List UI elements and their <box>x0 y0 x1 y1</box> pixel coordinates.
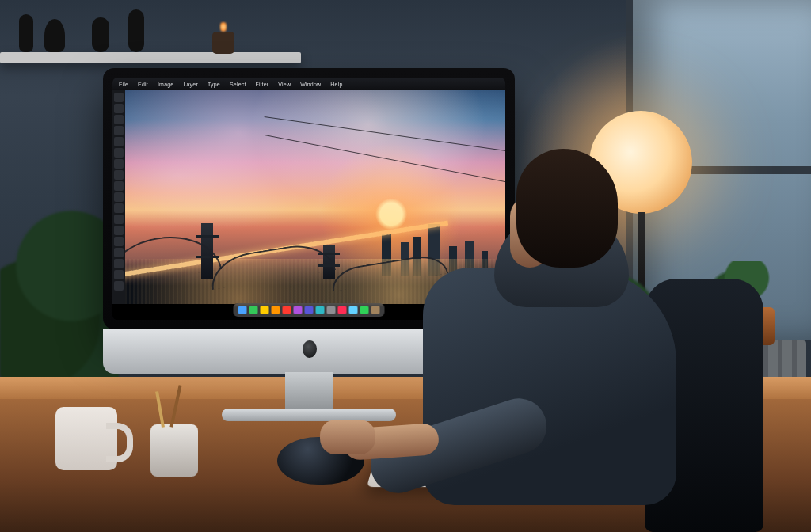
tool-icon <box>114 259 124 268</box>
shelf-vase <box>92 17 109 52</box>
tool-icon <box>114 170 124 180</box>
tool-icon <box>114 159 124 169</box>
dock-app-icon <box>327 306 336 314</box>
shelf-vase <box>44 19 65 52</box>
imac-bezel: FileEditImageLayerTypeSelectFilterViewWi… <box>103 68 515 329</box>
tool-icon <box>114 203 124 213</box>
dock-app-icon <box>283 306 291 314</box>
dock-app-icon <box>238 306 247 314</box>
photo-scene: FileEditImageLayerTypeSelectFilterViewWi… <box>0 0 811 532</box>
tool-icon <box>114 192 124 202</box>
imac: FileEditImageLayerTypeSelectFilterViewWi… <box>103 68 515 408</box>
pencil-cup <box>150 424 198 477</box>
desk-chair <box>645 279 763 532</box>
coffee-mug <box>55 407 117 470</box>
menu-item: Edit <box>138 82 148 87</box>
imac-stand-neck <box>285 372 333 412</box>
app-menubar: FileEditImageLayerTypeSelectFilterViewWi… <box>112 78 505 90</box>
mouse <box>277 437 364 484</box>
menu-item: Help <box>330 82 342 87</box>
editor-canvas: Trial <box>125 90 505 304</box>
plant-left <box>0 190 119 380</box>
keyboard <box>367 449 615 487</box>
dock-app-icon <box>249 306 258 314</box>
menu-item: View <box>278 82 291 87</box>
dock-app-icon <box>349 306 358 314</box>
wall-shelf <box>0 52 301 63</box>
tool-icon <box>114 281 124 291</box>
dock-app-icon <box>360 306 369 314</box>
dock-app-icon <box>338 306 347 314</box>
tool-icon <box>114 181 124 191</box>
floor-lamp-globe <box>589 111 692 214</box>
tool-icon <box>114 93 124 102</box>
menu-item: Window <box>300 82 321 87</box>
menu-item: Image <box>158 82 173 87</box>
tool-icon <box>114 215 124 224</box>
dock-app-icon <box>294 306 303 314</box>
tool-icon <box>114 248 124 257</box>
menu-item: Layer <box>183 82 198 87</box>
tool-palette <box>112 90 125 304</box>
shelf-vase <box>19 14 33 52</box>
imac-screen: FileEditImageLayerTypeSelectFilterViewWi… <box>112 78 505 320</box>
menu-item: File <box>119 82 128 87</box>
tool-icon <box>114 270 124 279</box>
imac-stand-foot <box>222 408 396 421</box>
menu-item: Type <box>208 82 220 87</box>
candle <box>212 32 234 54</box>
shelf-vase <box>128 10 144 52</box>
tool-icon <box>114 226 124 235</box>
canvas-city <box>125 206 505 304</box>
person-face <box>510 196 550 268</box>
tool-icon <box>114 148 124 158</box>
dock-app-icon <box>261 306 269 314</box>
dock-app-icon <box>316 306 325 314</box>
tool-icon <box>114 137 124 146</box>
dock-app-icon <box>305 306 314 314</box>
menu-item: Filter <box>256 82 269 87</box>
status-badge: Trial <box>477 275 499 285</box>
tool-icon <box>114 237 124 246</box>
tool-icon <box>114 115 124 124</box>
macos-dock <box>234 303 385 317</box>
tool-icon <box>114 104 124 113</box>
tool-icon <box>114 126 124 135</box>
dock-app-icon <box>272 306 280 314</box>
menu-item: Select <box>230 82 246 87</box>
apple-logo-icon <box>303 340 317 358</box>
dock-app-icon <box>371 306 380 314</box>
